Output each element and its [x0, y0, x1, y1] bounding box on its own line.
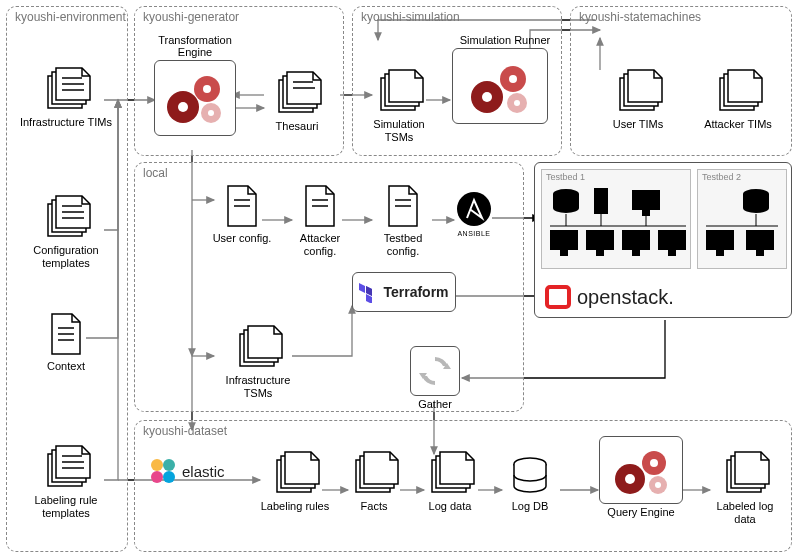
doc-icon [222, 182, 262, 230]
node-attacker-tims: Attacker TIMs [698, 64, 778, 131]
svg-rect-41 [586, 230, 614, 250]
svg-point-53 [743, 203, 769, 213]
ansible-icon [455, 190, 493, 228]
svg-rect-40 [560, 250, 568, 256]
cycle-icon [417, 353, 453, 389]
docs-stack-icon [712, 64, 764, 116]
label-ansible: ANSIBLE [450, 230, 498, 238]
node-infra-tsms: Infrastructure TSMs [210, 320, 306, 399]
testbed-2: Testbed 2 [697, 169, 787, 269]
docs-stack-icon [348, 446, 400, 498]
svg-point-21 [482, 92, 492, 102]
label-attacker-tims: Attacker TIMs [698, 118, 778, 131]
node-transform-engine: Transformation Engine [150, 34, 240, 136]
svg-point-32 [457, 192, 491, 226]
label-log-db: Log DB [498, 500, 562, 513]
svg-point-35 [553, 203, 579, 213]
node-context: Context [30, 310, 102, 373]
label-labeling-rules: Labeling rules [260, 500, 330, 513]
docs-stack-icon [612, 64, 664, 116]
label-user-config: User config. [212, 232, 272, 245]
node-sim-runner: Simulation Runner [446, 34, 554, 124]
label-labeling-templates: Labeling rule templates [18, 494, 114, 519]
label-infra-tsms: Infrastructure TSMs [210, 374, 306, 399]
docs-stack-icon [719, 446, 771, 498]
doc-icon [46, 310, 86, 358]
svg-rect-39 [550, 230, 578, 250]
node-gather: Gather [404, 346, 466, 411]
docs-stack-icon [40, 190, 92, 242]
node-query-engine: Query Engine [594, 436, 688, 519]
svg-rect-44 [632, 250, 640, 256]
label-facts: Facts [344, 500, 404, 513]
svg-rect-54 [706, 230, 734, 250]
svg-point-15 [203, 85, 211, 93]
node-thesauri: Thesauri [260, 66, 334, 133]
gears-icon [155, 61, 237, 137]
node-labeling-rules: Labeling rules [260, 446, 330, 513]
docs-stack-icon [269, 446, 321, 498]
svg-point-71 [655, 482, 661, 488]
label-gather: Gather [404, 398, 466, 411]
label-sim-runner: Simulation Runner [456, 34, 554, 46]
svg-point-69 [650, 459, 658, 467]
node-user-tims: User TIMs [598, 64, 678, 131]
svg-rect-57 [756, 250, 764, 256]
label-transform-engine: Transformation Engine [150, 34, 240, 58]
node-openstack: Testbed 1 Testbed 2 ope [534, 162, 792, 318]
node-facts: Facts [344, 446, 404, 513]
panel-title-simulation: kyoushi-simulation [361, 10, 460, 24]
svg-point-61 [151, 459, 163, 471]
docs-stack-icon [424, 446, 476, 498]
node-sim-tsms: Simulation TSMs [362, 64, 436, 143]
panel-title-generator: kyoushi-generator [143, 10, 239, 24]
svg-point-25 [514, 100, 520, 106]
node-infra-tims: Infrastructure TIMs [18, 62, 114, 129]
docs-stack-icon [232, 320, 284, 372]
label-log-data: Log data [418, 500, 482, 513]
svg-rect-37 [632, 190, 660, 210]
label-openstack: openstack. [577, 286, 674, 309]
node-labeled-log-data: Labeled log data [706, 446, 784, 525]
svg-rect-36 [594, 188, 608, 214]
node-log-data: Log data [418, 446, 482, 513]
svg-point-13 [178, 102, 188, 112]
node-testbed-config: Testbed config. [368, 182, 438, 257]
label-terraform: Terraform [383, 284, 448, 300]
gears-icon [453, 49, 549, 125]
svg-point-64 [163, 471, 175, 483]
svg-point-63 [151, 471, 163, 483]
node-elastic: elastic [148, 456, 248, 486]
node-log-db: Log DB [498, 454, 562, 513]
svg-point-67 [625, 474, 635, 484]
label-user-tims: User TIMs [598, 118, 678, 131]
node-ansible: ANSIBLE [450, 190, 498, 238]
terraform-icon [359, 281, 379, 303]
docs-stack-icon [373, 64, 425, 116]
testbed-1: Testbed 1 [541, 169, 691, 269]
label-context: Context [30, 360, 102, 373]
doc-icon [300, 182, 340, 230]
label-testbed2: Testbed 2 [702, 172, 741, 182]
node-labeling-templates: Labeling rule templates [18, 440, 114, 519]
svg-rect-43 [622, 230, 650, 250]
gears-icon [600, 437, 684, 505]
panel-title-dataset: kyoushi-dataset [143, 424, 227, 438]
docs-stack-icon [271, 66, 323, 118]
docs-stack-icon [40, 440, 92, 492]
label-labeled-log-data: Labeled log data [706, 500, 784, 525]
svg-rect-56 [746, 230, 774, 250]
servers-icon [698, 170, 788, 270]
servers-icon [542, 170, 692, 270]
label-query-engine: Query Engine [594, 506, 688, 519]
panel-title-environment: kyoushi-environment [15, 10, 126, 24]
elastic-icon [148, 456, 178, 486]
panel-title-statemachines: kyoushi-statemachines [579, 10, 701, 24]
svg-rect-46 [668, 250, 676, 256]
label-testbed-config: Testbed config. [368, 232, 438, 257]
node-terraform: Terraform [352, 272, 456, 312]
label-sim-tsms: Simulation TSMs [362, 118, 436, 143]
panel-title-local: local [143, 166, 168, 180]
openstack-icon [545, 285, 571, 309]
node-attacker-config: Attacker config. [288, 182, 352, 257]
